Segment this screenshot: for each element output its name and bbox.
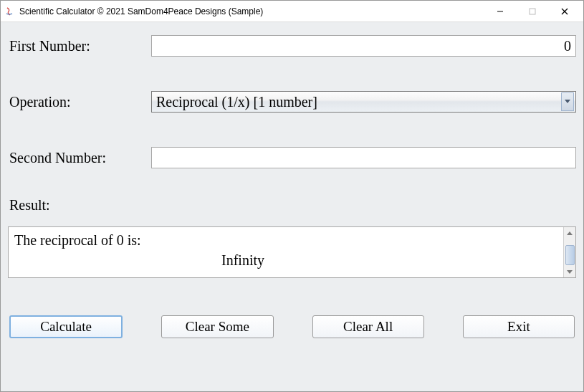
window-title: Scientific Calculator © 2021 SamDom4Peac… — [19, 6, 484, 16]
java-icon — [4, 6, 15, 17]
second-number-label: Second Number: — [8, 150, 151, 166]
scroll-up-icon[interactable] — [565, 229, 575, 238]
maximize-button[interactable] — [516, 1, 548, 21]
svg-marker-6 — [567, 270, 573, 274]
svg-rect-1 — [530, 9, 535, 14]
result-box: The reciprocal of 0 is: Infinity — [8, 226, 576, 278]
result-line-1: The reciprocal of 0 is: — [14, 230, 557, 250]
svg-marker-4 — [565, 100, 570, 103]
app-window: Scientific Calculator © 2021 SamDom4Peac… — [0, 0, 584, 392]
chevron-down-icon — [561, 92, 574, 111]
window-controls — [484, 1, 580, 21]
button-row: Calculate Clear Some Clear All Exit — [8, 315, 576, 338]
operation-label: Operation: — [8, 94, 151, 110]
result-section: Result: The reciprocal of 0 is: Infinity — [8, 197, 576, 278]
content-area: First Number: Operation: Reciprocal (1/x… — [1, 22, 583, 391]
scroll-down-icon[interactable] — [565, 267, 575, 276]
result-line-2: Infinity — [14, 250, 557, 270]
first-number-input[interactable] — [151, 35, 576, 57]
first-number-label: First Number: — [8, 38, 151, 54]
calculate-button[interactable]: Calculate — [9, 315, 123, 338]
scroll-thumb[interactable] — [565, 245, 575, 265]
svg-marker-5 — [567, 231, 573, 235]
operation-row: Operation: Reciprocal (1/x) [1 number] — [8, 91, 576, 113]
close-button[interactable] — [548, 1, 580, 21]
result-textarea[interactable]: The reciprocal of 0 is: Infinity — [9, 227, 563, 277]
clear-all-button[interactable]: Clear All — [312, 315, 424, 338]
vertical-scrollbar[interactable] — [563, 227, 575, 277]
minimize-button[interactable] — [484, 1, 516, 21]
clear-some-button[interactable]: Clear Some — [161, 315, 273, 338]
second-number-input[interactable] — [151, 147, 576, 168]
exit-button[interactable]: Exit — [463, 315, 575, 338]
operation-select[interactable]: Reciprocal (1/x) [1 number] — [151, 91, 576, 113]
operation-selected-value: Reciprocal (1/x) [1 number] — [156, 94, 561, 110]
result-label: Result: — [8, 197, 576, 214]
titlebar: Scientific Calculator © 2021 SamDom4Peac… — [1, 1, 583, 22]
first-number-row: First Number: — [8, 35, 576, 57]
second-number-row: Second Number: — [8, 147, 576, 168]
